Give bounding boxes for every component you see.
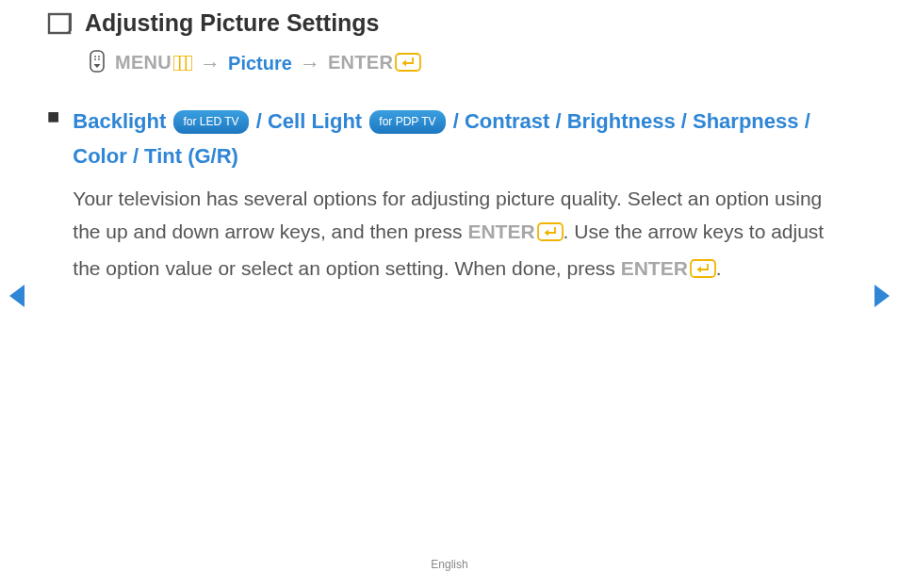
opt-sharpness: Sharpness [693, 109, 799, 133]
bullet-icon: ■ [47, 104, 59, 131]
separator: / [681, 109, 693, 133]
opt-color: Color [73, 144, 126, 168]
separator: / [805, 109, 810, 133]
separator: / [133, 144, 144, 168]
svg-rect-11 [691, 260, 715, 277]
inline-enter-1: ENTER [467, 220, 534, 242]
separator: / [453, 109, 465, 133]
book-icon [47, 12, 72, 35]
prev-page-button[interactable] [6, 283, 26, 313]
title-row: Adjusting Picture Settings [47, 9, 852, 37]
enter-icon [537, 218, 564, 252]
enter-label: ENTER [328, 52, 421, 76]
picture-label: Picture [228, 53, 292, 74]
enter-icon [690, 254, 716, 288]
svg-rect-10 [538, 223, 563, 240]
footer-language: English [0, 558, 899, 571]
opt-contrast: Contrast [465, 109, 549, 133]
menu-label: MENU [115, 52, 192, 75]
next-page-button[interactable] [873, 283, 893, 313]
option-heading: Backlight for LED TV / Cell Light for PD… [73, 104, 852, 174]
manual-page: Adjusting Picture Settings MENU → Pictur… [0, 0, 899, 588]
section: ■ Backlight for LED TV / Cell Light for … [47, 104, 852, 288]
enter-text: ENTER [328, 52, 393, 73]
opt-tint: Tint (G/R) [144, 144, 238, 168]
svg-rect-6 [173, 56, 192, 71]
body-paragraph: Your television has several options for … [73, 182, 852, 288]
svg-rect-9 [396, 54, 420, 71]
opt-brightness: Brightness [567, 109, 676, 133]
opt-cell-light: Cell Light [268, 109, 362, 133]
section-body: Backlight for LED TV / Cell Light for PD… [73, 104, 852, 288]
badge-led: for LED TV [173, 110, 248, 134]
svg-point-3 [98, 56, 100, 57]
menu-grid-icon [173, 54, 192, 75]
breadcrumb: MENU → Picture → ENTER [89, 50, 852, 77]
svg-point-2 [94, 56, 96, 57]
separator: / [256, 109, 268, 133]
arrow-icon: → [200, 52, 221, 76]
body-part3: . [716, 257, 722, 279]
svg-rect-0 [49, 14, 70, 33]
arrow-icon: → [300, 52, 320, 76]
page-title: Adjusting Picture Settings [85, 9, 380, 37]
menu-text: MENU [115, 52, 172, 73]
svg-point-4 [94, 58, 96, 60]
remote-icon [89, 50, 106, 77]
svg-rect-1 [90, 51, 104, 72]
separator: / [555, 109, 566, 133]
enter-icon [395, 53, 421, 76]
opt-backlight: Backlight [73, 109, 166, 133]
inline-enter-2: ENTER [621, 257, 688, 279]
svg-point-5 [98, 58, 100, 60]
badge-pdp: for PDP TV [369, 110, 445, 134]
